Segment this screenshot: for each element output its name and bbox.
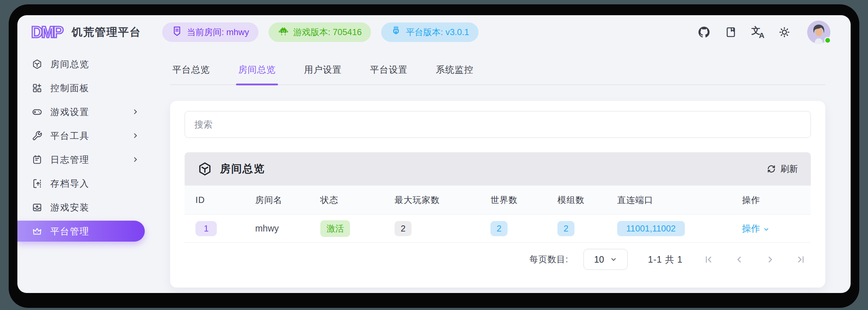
sidebar-item-platform-tools[interactable]: 平台工具 xyxy=(17,124,151,148)
crown-icon xyxy=(32,226,42,237)
online-status-dot xyxy=(824,37,831,44)
dashboard-icon xyxy=(32,83,42,93)
game-version-icon xyxy=(278,26,289,39)
col-header-max-players: 最大玩家数 xyxy=(395,194,490,206)
next-page-icon[interactable] xyxy=(765,255,775,264)
app-logo: DMP xyxy=(31,23,62,41)
cell-status: 激活 xyxy=(320,220,395,237)
table-title: 房间总览 xyxy=(220,162,265,176)
sidebar-item-label: 日志管理 xyxy=(50,154,124,166)
translate-en-glyph: A xyxy=(759,31,764,40)
first-page-icon[interactable] xyxy=(704,255,713,264)
platform-version-badge: 平台版本: v3.0.1 xyxy=(381,22,479,42)
wrench-icon xyxy=(32,131,42,141)
main-content: 平台总览 房间总览 用户设置 平台设置 系统监控 房间总览 刷新 xyxy=(151,49,851,293)
gamepad-icon xyxy=(32,107,42,117)
sidebar-item-label: 平台工具 xyxy=(50,130,124,142)
cell-ports: 11001,11002 xyxy=(617,221,742,236)
room-overview-card: 房间总览 刷新 ID 房间名 状态 最大玩家数 世界数 模组数 直连端口 xyxy=(170,101,825,288)
sidebar-item-rooms[interactable]: 房间总览 xyxy=(17,52,151,76)
game-version-badge: 游戏版本: 705416 xyxy=(269,22,371,42)
table-section-header: 房间总览 刷新 xyxy=(185,152,811,186)
sidebar-item-game-settings[interactable]: 游戏设置 xyxy=(17,100,151,124)
search-input[interactable] xyxy=(185,111,811,138)
tab-room-overview[interactable]: 房间总览 xyxy=(236,64,278,84)
sidebar-item-label: 游戏设置 xyxy=(50,106,124,118)
col-header-name: 房间名 xyxy=(255,194,320,206)
row-action-dropdown[interactable]: 操作 xyxy=(742,222,770,234)
docs-icon[interactable] xyxy=(725,26,737,38)
current-room-label: 当前房间: mhwy xyxy=(187,26,249,38)
last-page-icon[interactable] xyxy=(796,255,806,264)
user-avatar[interactable] xyxy=(807,21,830,44)
room-badge-icon xyxy=(172,26,182,39)
game-version-label: 游戏版本: 705416 xyxy=(293,26,362,38)
status-badge: 激活 xyxy=(320,220,350,237)
table-row[interactable]: 1 mhwy 激活 2 2 2 11001,11002 操作 xyxy=(185,215,811,243)
tab-platform-settings[interactable]: 平台设置 xyxy=(368,64,410,84)
import-icon xyxy=(32,178,42,189)
chevron-right-icon xyxy=(132,108,139,115)
refresh-button[interactable]: 刷新 xyxy=(767,163,798,175)
current-room-badge: 当前房间: mhwy xyxy=(162,22,258,42)
pagination-bar: 每页数目: 10 1-1 共 1 xyxy=(185,243,811,276)
refresh-label: 刷新 xyxy=(780,163,798,175)
sidebar-item-game-install[interactable]: 游戏安装 xyxy=(17,195,151,219)
app-window: DMP 饥荒管理平台 当前房间: mhwy 游戏版本: 705416 平台版本:… xyxy=(17,15,851,293)
tab-platform-overview[interactable]: 平台总览 xyxy=(170,64,212,84)
app-header: DMP 饥荒管理平台 当前房间: mhwy 游戏版本: 705416 平台版本:… xyxy=(17,15,851,49)
ports-badge: 11001,11002 xyxy=(617,221,685,236)
cell-room-name: mhwy xyxy=(255,223,320,234)
col-header-mods: 模组数 xyxy=(557,194,617,206)
sidebar-item-platform-admin[interactable]: 平台管理 xyxy=(17,221,145,242)
header-badges: 当前房间: mhwy 游戏版本: 705416 平台版本: v3.0.1 xyxy=(162,22,479,42)
cell-actions: 操作 xyxy=(742,222,811,234)
max-players-badge: 2 xyxy=(395,221,412,236)
per-page-label: 每页数目: xyxy=(529,254,568,265)
prev-page-icon[interactable] xyxy=(734,255,744,264)
platform-version-label: 平台版本: v3.0.1 xyxy=(406,26,469,38)
table-header-row: ID 房间名 状态 最大玩家数 世界数 模组数 直连端口 操作 xyxy=(185,186,811,215)
cube-icon xyxy=(198,162,212,176)
sidebar-item-label: 控制面板 xyxy=(50,82,139,94)
sidebar-item-dashboard[interactable]: 控制面板 xyxy=(17,76,151,100)
pagination-range: 1-1 共 1 xyxy=(648,254,683,266)
github-icon[interactable] xyxy=(698,26,710,38)
cube-icon xyxy=(32,59,42,69)
cell-id: 1 xyxy=(195,221,255,236)
theme-icon[interactable] xyxy=(778,26,791,38)
translate-icon[interactable]: 文 A xyxy=(751,26,764,38)
cell-max-players: 2 xyxy=(395,221,490,236)
platform-version-icon xyxy=(391,26,401,39)
tab-bar: 平台总览 房间总览 用户设置 平台设置 系统监控 xyxy=(170,64,825,85)
sidebar-item-label: 游戏安装 xyxy=(50,201,139,213)
app-title: 饥荒管理平台 xyxy=(72,25,141,40)
refresh-icon xyxy=(767,164,776,174)
col-header-id: ID xyxy=(195,195,255,205)
room-table: 房间总览 刷新 ID 房间名 状态 最大玩家数 世界数 模组数 直连端口 xyxy=(185,152,811,276)
col-header-actions: 操作 xyxy=(742,194,811,206)
tab-system-monitor[interactable]: 系统监控 xyxy=(434,64,476,84)
per-page-value: 10 xyxy=(594,254,604,265)
sidebar-item-label: 平台管理 xyxy=(50,225,145,237)
per-page-select[interactable]: 10 xyxy=(583,249,628,270)
install-icon xyxy=(32,202,42,213)
chevron-down-icon xyxy=(763,226,770,233)
worlds-badge: 2 xyxy=(490,221,507,236)
chevron-down-icon xyxy=(610,256,617,263)
sidebar-item-logs[interactable]: 日志管理 xyxy=(17,148,151,171)
col-header-worlds: 世界数 xyxy=(490,194,557,206)
sidebar-item-label: 房间总览 xyxy=(50,58,139,70)
pager-buttons xyxy=(704,255,806,264)
cell-mods: 2 xyxy=(557,221,617,236)
col-header-status: 状态 xyxy=(320,194,395,206)
col-header-ports: 直连端口 xyxy=(617,194,742,206)
chevron-right-icon xyxy=(132,156,139,163)
tab-user-settings[interactable]: 用户设置 xyxy=(302,64,344,84)
cell-worlds: 2 xyxy=(490,221,557,236)
sidebar: 房间总览 控制面板 游戏设置 平台工具 日志管理 xyxy=(17,49,151,293)
sidebar-item-label: 存档导入 xyxy=(50,178,139,190)
row-action-label: 操作 xyxy=(742,222,760,234)
sidebar-item-save-import[interactable]: 存档导入 xyxy=(17,171,151,195)
mods-badge: 2 xyxy=(557,221,574,236)
